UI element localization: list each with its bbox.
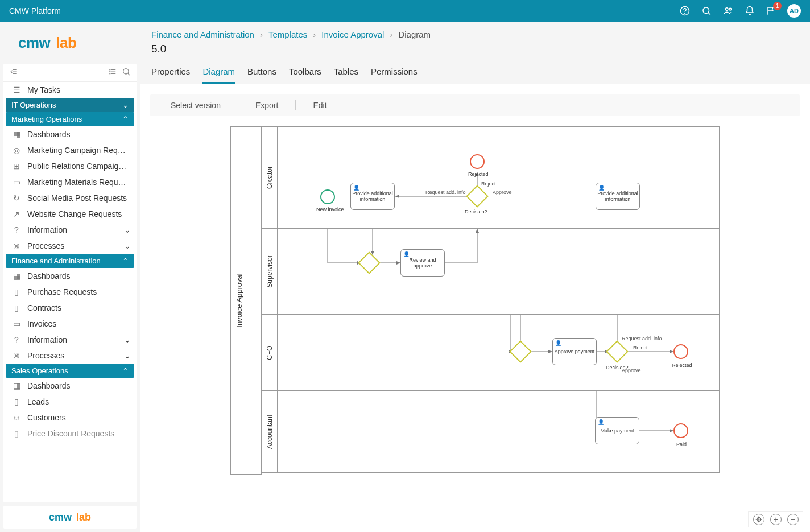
chevron-down-icon: ⌄ <box>124 351 131 360</box>
tab-tables[interactable]: Tables <box>334 67 358 84</box>
nav-information-1[interactable]: ?Information⌄ <box>3 222 137 238</box>
task-make-payment[interactable]: 👤Make payment <box>595 417 639 444</box>
page-version: 5.0 <box>151 43 799 55</box>
people-icon[interactable] <box>722 5 734 17</box>
flag-icon[interactable]: 1 <box>766 5 777 17</box>
end-event-paid[interactable] <box>673 423 688 438</box>
svg-line-16 <box>128 73 130 75</box>
breadcrumb: Finance and Administration› Templates› I… <box>151 30 799 39</box>
nav-marketing-campaign[interactable]: ◎Marketing Campaign Req… <box>3 142 137 158</box>
nav-social-media[interactable]: ↻Social Media Post Requests <box>3 190 137 206</box>
gateway-merge-2[interactable] <box>509 340 532 363</box>
nav-section-finance-admin[interactable]: Finance and Administration⌃ <box>6 254 134 268</box>
end-event-rejected-1[interactable] <box>470 154 485 169</box>
gateway-decision-1[interactable] <box>466 185 489 208</box>
collapse-icon[interactable] <box>9 68 19 77</box>
nav-public-relations[interactable]: ⊞Public Relations Campaig… <box>3 158 137 174</box>
chevron-up-icon: ⌃ <box>122 366 129 375</box>
lane-creator: Creator New invoice <box>262 126 720 229</box>
gateway-merge-1[interactable] <box>358 251 381 274</box>
notification-badge: 1 <box>773 2 782 10</box>
nav-information-2[interactable]: ?Information⌄ <box>3 332 137 348</box>
nav-my-tasks[interactable]: ☰My Tasks <box>3 82 137 98</box>
nav-marketing-materials[interactable]: ▭Marketing Materials Requ… <box>3 174 137 190</box>
search-icon[interactable] <box>701 5 712 17</box>
pool-label: Invoice Approval <box>235 273 243 327</box>
content-area: Select version Export Edit Invoice Appro… <box>140 84 810 532</box>
gateway-label-1: Decision? <box>465 209 487 215</box>
avatar[interactable]: AD <box>787 4 801 18</box>
chevron-down-icon: ⌄ <box>124 335 131 344</box>
tab-diagram[interactable]: Diagram <box>202 67 235 84</box>
bottom-logo: cmwlab <box>3 506 137 529</box>
zoom-fit-icon[interactable]: ✥ <box>753 514 764 525</box>
task-approve-payment[interactable]: 👤Approve payment <box>552 338 597 365</box>
paid-label: Paid <box>676 442 687 447</box>
nav-dashboards[interactable]: ▦Dashboards <box>3 126 137 142</box>
nav-section-marketing-operations[interactable]: Marketing Operations⌃ <box>6 112 134 126</box>
svg-point-14 <box>110 73 110 74</box>
nav-tools <box>3 64 137 82</box>
svg-point-13 <box>110 71 110 72</box>
svg-line-3 <box>708 13 710 15</box>
bell-icon[interactable] <box>744 5 755 17</box>
app-title: CMW Platform <box>9 6 679 15</box>
nav-customers[interactable]: ☺Customers <box>3 410 137 426</box>
svg-point-1 <box>685 13 685 14</box>
export-button[interactable]: Export <box>252 101 282 110</box>
pool-header: Invoice Approval <box>230 126 262 475</box>
chevron-up-icon: ⌃ <box>122 115 129 123</box>
select-version-button[interactable]: Select version <box>167 101 224 110</box>
svg-point-2 <box>703 7 709 14</box>
nav-purchase-requests[interactable]: ▯Purchase Requests <box>3 284 137 300</box>
svg-point-4 <box>726 8 729 11</box>
zoom-out-icon[interactable]: − <box>787 514 799 525</box>
help-icon[interactable] <box>679 5 691 17</box>
list-icon[interactable] <box>108 68 117 77</box>
lane-supervisor: Supervisor <box>262 228 720 315</box>
rejected-label-2: Rejected <box>672 362 692 368</box>
nav-invoices[interactable]: ▭Invoices <box>3 316 137 332</box>
nav-search-icon[interactable] <box>122 67 131 78</box>
task-provide-info-2[interactable]: 👤Provide additional information <box>596 183 640 210</box>
zoom-in-icon[interactable]: + <box>770 514 782 525</box>
start-event[interactable] <box>320 189 335 204</box>
breadcrumb-item[interactable]: Invoice Approval <box>321 30 384 39</box>
nav-contracts[interactable]: ▯Contracts <box>3 300 137 316</box>
lane-cfo: CFO <box>262 314 720 391</box>
rejected-label-1: Rejected <box>468 171 489 177</box>
nav-leads[interactable]: ▯Leads <box>3 394 137 410</box>
nav-processes-1[interactable]: ⤨Processes⌄ <box>3 238 137 254</box>
nav-price-discount[interactable]: ▯Price Discount Requests <box>3 426 137 442</box>
chevron-down-icon: ⌄ <box>124 225 131 234</box>
task-review-approve[interactable]: 👤Review and approve <box>400 249 445 277</box>
tabs: Properties Diagram Buttons Toolbars Tabl… <box>140 61 810 84</box>
nav-website-change[interactable]: ↗Website Change Requests <box>3 206 137 222</box>
tab-toolbars[interactable]: Toolbars <box>289 67 321 84</box>
diagram-toolbar: Select version Export Edit <box>150 94 800 116</box>
tab-buttons[interactable]: Buttons <box>247 67 276 84</box>
topbar: CMW Platform 1 AD <box>0 0 810 22</box>
nav-section-it-operations[interactable]: IT Operations⌄ <box>6 98 134 112</box>
nav-sales-dashboards[interactable]: ▦Dashboards <box>3 378 137 394</box>
end-event-rejected-2[interactable] <box>673 344 688 359</box>
gateway-decision-2[interactable] <box>606 340 629 363</box>
breadcrumb-item[interactable]: Templates <box>268 30 307 39</box>
tab-permissions[interactable]: Permissions <box>371 67 418 84</box>
start-label: New invoice <box>316 207 344 212</box>
bpmn-diagram[interactable]: Invoice Approval Creator <box>230 126 720 473</box>
chevron-up-icon: ⌃ <box>122 257 129 265</box>
svg-point-12 <box>110 69 110 70</box>
nav-fin-dashboards[interactable]: ▦Dashboards <box>3 268 137 284</box>
zoom-controls: ✥ + − <box>748 511 803 527</box>
task-provide-info-1[interactable]: 👤Provide additional information <box>350 183 395 210</box>
svg-point-15 <box>123 69 129 74</box>
sidebar: cmw lab ☰My Tasks IT Operations⌄ Marketi… <box>0 22 140 532</box>
edit-button[interactable]: Edit <box>309 101 330 110</box>
nav-section-sales-operations[interactable]: Sales Operations⌃ <box>6 364 134 378</box>
nav-processes-2[interactable]: ⤨Processes⌄ <box>3 348 137 364</box>
tab-properties[interactable]: Properties <box>151 67 190 84</box>
breadcrumb-item[interactable]: Finance and Administration <box>151 30 254 39</box>
breadcrumb-area: Finance and Administration› Templates› I… <box>140 22 810 61</box>
svg-point-5 <box>729 8 732 10</box>
